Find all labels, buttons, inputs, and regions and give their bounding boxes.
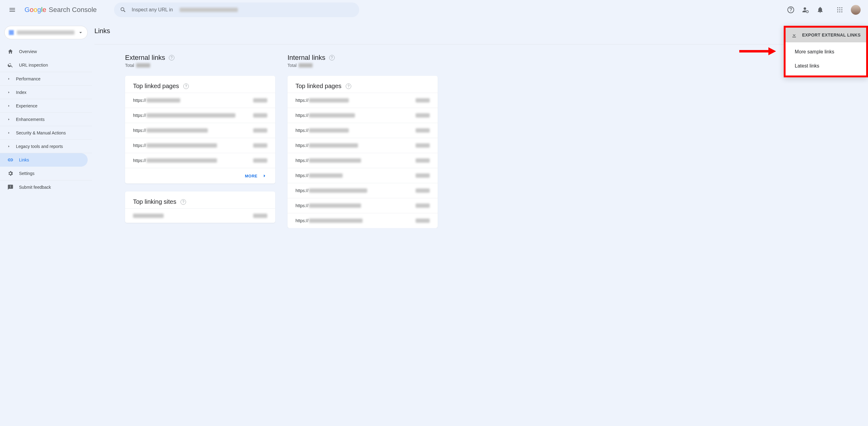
help-icon[interactable]: ? bbox=[169, 55, 175, 60]
table-row[interactable]: https:// bbox=[125, 153, 275, 168]
chevron-right-icon bbox=[7, 145, 10, 148]
redacted-value bbox=[415, 98, 430, 103]
table-row[interactable]: https:// bbox=[287, 198, 438, 213]
table-row[interactable]: https:// bbox=[287, 123, 438, 138]
export-menu: More sample links Latest links bbox=[785, 42, 866, 76]
svg-point-2 bbox=[837, 7, 838, 8]
app-header: Google Search Console Inspect any URL in bbox=[0, 0, 868, 20]
external-total: Total bbox=[125, 63, 275, 68]
search-placeholder-text: Inspect any URL in bbox=[132, 7, 173, 12]
search-icon bbox=[120, 7, 126, 13]
sidebar-item-label: Settings bbox=[19, 171, 35, 176]
feedback-icon bbox=[7, 184, 13, 190]
hamburger-menu-button[interactable] bbox=[5, 2, 20, 17]
help-icon[interactable]: ? bbox=[183, 84, 189, 89]
redacted-url bbox=[147, 159, 217, 163]
redacted-value bbox=[415, 219, 430, 223]
product-logo[interactable]: Google Search Console bbox=[25, 6, 97, 14]
page-title: Links bbox=[94, 27, 110, 35]
help-icon[interactable]: ? bbox=[329, 55, 335, 60]
notifications-button[interactable] bbox=[816, 6, 824, 13]
sidebar-group-index[interactable]: Index bbox=[0, 85, 92, 99]
table-row[interactable]: https:// bbox=[287, 213, 438, 228]
redacted-url bbox=[147, 128, 208, 133]
svg-point-6 bbox=[839, 9, 840, 10]
help-icon[interactable]: ? bbox=[346, 84, 351, 89]
url-search-bar[interactable]: Inspect any URL in bbox=[114, 2, 359, 17]
table-row[interactable]: https:// bbox=[125, 93, 275, 108]
table-row[interactable]: https:// bbox=[125, 123, 275, 138]
redacted-value bbox=[415, 113, 430, 118]
help-icon bbox=[787, 6, 795, 13]
table-row[interactable] bbox=[125, 208, 275, 223]
sidebar-group-label: Experience bbox=[16, 104, 37, 108]
sidebar-group-enhancements[interactable]: Enhancements bbox=[0, 112, 92, 126]
download-icon bbox=[791, 32, 797, 38]
external-top-linked-pages-card: Top linked pages ? https:// https:// htt… bbox=[125, 76, 275, 183]
help-button[interactable] bbox=[787, 6, 795, 13]
external-heading: External links bbox=[125, 54, 165, 62]
table-row[interactable]: https:// bbox=[287, 108, 438, 123]
export-menu-more-sample[interactable]: More sample links bbox=[785, 45, 866, 59]
sidebar-item-overview[interactable]: Overview bbox=[0, 45, 92, 58]
table-row[interactable]: https:// bbox=[287, 138, 438, 153]
user-settings-button[interactable] bbox=[802, 6, 809, 13]
table-row[interactable]: https:// bbox=[125, 138, 275, 153]
redacted-url bbox=[147, 143, 217, 148]
table-row[interactable]: https:// bbox=[125, 108, 275, 123]
external-heading-row: External links ? bbox=[125, 54, 275, 62]
redacted-url bbox=[147, 113, 236, 118]
sidebar-group-label: Enhancements bbox=[16, 117, 44, 122]
redacted-value bbox=[299, 63, 313, 67]
table-row[interactable]: https:// bbox=[287, 153, 438, 168]
property-favicon bbox=[9, 30, 14, 35]
external-links-column: External links ? Total Top linked pages … bbox=[125, 54, 275, 228]
sidebar-item-feedback[interactable]: Submit feedback bbox=[0, 180, 92, 194]
table-row[interactable]: https:// bbox=[287, 93, 438, 108]
card-title: Top linking sites bbox=[133, 198, 176, 205]
bell-icon bbox=[816, 6, 824, 13]
redacted-url bbox=[309, 159, 361, 163]
apps-grid-icon bbox=[837, 7, 843, 13]
chevron-right-icon bbox=[7, 91, 10, 94]
redacted-value bbox=[253, 113, 267, 118]
annotation-arrow bbox=[739, 47, 776, 56]
export-menu-latest[interactable]: Latest links bbox=[785, 59, 866, 73]
link-icon bbox=[7, 157, 13, 163]
help-icon[interactable]: ? bbox=[181, 199, 186, 205]
sidebar-item-links[interactable]: Links bbox=[0, 153, 88, 167]
svg-point-3 bbox=[839, 7, 840, 8]
svg-point-4 bbox=[841, 7, 842, 8]
home-icon bbox=[7, 49, 13, 55]
internal-top-linked-pages-card: Top linked pages ? https:// https:// htt… bbox=[287, 76, 438, 228]
sidebar-group-experience[interactable]: Experience bbox=[0, 99, 92, 112]
chevron-right-icon bbox=[7, 131, 10, 135]
redacted-value bbox=[415, 128, 430, 133]
product-name: Search Console bbox=[49, 6, 97, 14]
property-selector[interactable] bbox=[4, 26, 88, 39]
sidebar-group-security[interactable]: Security & Manual Actions bbox=[0, 126, 92, 139]
sidebar-item-url-inspection[interactable]: URL inspection bbox=[0, 58, 92, 72]
svg-point-9 bbox=[839, 11, 840, 12]
export-external-links-button[interactable]: EXPORT EXTERNAL LINKS bbox=[785, 28, 866, 42]
page-header: Links bbox=[94, 27, 866, 45]
chevron-right-icon bbox=[262, 173, 267, 179]
table-row[interactable]: https:// bbox=[287, 168, 438, 183]
sidebar-group-performance[interactable]: Performance bbox=[0, 72, 92, 85]
sidebar-item-settings[interactable]: Settings bbox=[0, 167, 92, 180]
redacted-value bbox=[253, 128, 267, 133]
menu-icon bbox=[8, 6, 16, 13]
account-avatar[interactable] bbox=[851, 5, 861, 15]
export-dropdown-highlighted: EXPORT EXTERNAL LINKS More sample links … bbox=[784, 26, 868, 77]
redacted-property-name bbox=[17, 30, 74, 35]
svg-point-5 bbox=[837, 9, 838, 10]
sidebar-item-label: URL inspection bbox=[19, 63, 48, 67]
table-row[interactable]: https:// bbox=[287, 183, 438, 198]
more-button[interactable]: MORE bbox=[125, 168, 275, 183]
apps-button[interactable] bbox=[836, 6, 843, 13]
chevron-right-icon bbox=[7, 104, 10, 107]
sidebar-group-legacy[interactable]: Legacy tools and reports bbox=[0, 139, 92, 153]
redacted-property-host bbox=[180, 8, 238, 12]
chevron-right-icon bbox=[7, 77, 10, 80]
google-wordmark: Google bbox=[25, 6, 46, 14]
